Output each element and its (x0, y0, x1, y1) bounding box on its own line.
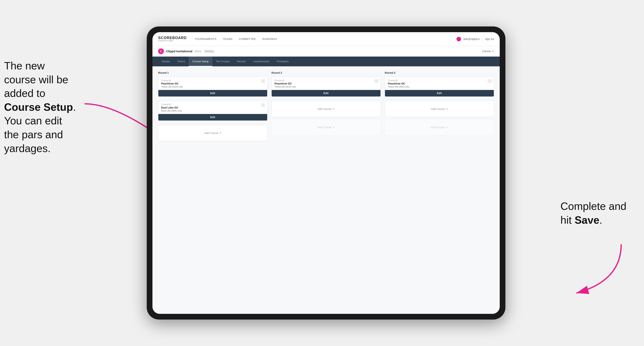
nav-tournaments[interactable]: TOURNAMENTS (195, 37, 216, 41)
round-1-course-b-detail: Black (M) (6891 yds) (161, 110, 264, 112)
nav-teams[interactable]: TEAMS (223, 37, 232, 41)
round-3-add-plus-icon: + (446, 107, 448, 111)
brand-name: SCOREBOARD (158, 36, 187, 40)
round-2-course-a-edit[interactable]: Edit (272, 90, 380, 96)
round-1-course-a-edit[interactable]: Edit (158, 90, 267, 96)
round-3-add-course-2: Add Course + (385, 119, 494, 135)
round-1-course-a-delete[interactable]: □ (261, 79, 265, 83)
right-annotation: Complete and hit Save. (560, 199, 634, 227)
tournament-status: Hosting (204, 49, 215, 53)
round-2-course-a-label: (Course A) (274, 79, 378, 82)
round-2-add-course-2: Add Course + (272, 119, 381, 135)
nav-committee[interactable]: COMMITTEE (239, 37, 256, 41)
cancel-button[interactable]: Cancel ✕ (482, 50, 494, 53)
round-1-course-a-detail: Yellow (M) (6629 yds) (161, 85, 264, 88)
round-1-course-a-card: □ (Course A) Peachtree GC Yellow (M) (66… (158, 77, 268, 97)
round-1-title: Round 1 (158, 71, 268, 74)
left-annotation: The new course will be added to Course S… (4, 59, 78, 155)
main-content: Round 1 □ (Course A) Peachtree GC Yellow… (152, 66, 500, 314)
round-3-course-a-label: (Course A) (388, 79, 491, 82)
round-3-column: Round 3 □ (Course A) Peachtree GC Yellow… (385, 71, 494, 141)
round-1-course-b-card: □ (Course B) East Lake GC Black (M) (689… (158, 101, 268, 121)
round-1-add-plus-icon: + (220, 131, 221, 135)
tournament-logo: C (158, 48, 164, 54)
round-1-course-b-delete[interactable]: □ (261, 103, 265, 107)
round-3-course-a-edit[interactable]: Edit (385, 90, 494, 96)
round-2-course-a-card: □ (Course A) Peachtree GC Yellow (M) (66… (272, 77, 381, 97)
round-2-add-course-2-label: Add Course (318, 126, 332, 129)
round-2-column: Round 2 □ (Course A) Peachtree GC Yellow… (272, 71, 381, 141)
nav-divider: | (482, 38, 482, 40)
tablet: SCOREBOARD Powered by clippd TOURNAMENTS… (147, 26, 506, 320)
round-3-course-a-card: □ (Course A) Peachtree GC Yellow (M) (66… (385, 77, 494, 97)
round-1-course-a-name: Peachtree GC (161, 82, 264, 85)
tab-results[interactable]: Results (233, 57, 250, 66)
nav-links: TOURNAMENTS TEAMS COMMITTEE RANKINGS (195, 37, 456, 41)
brand-sub: Powered by clippd (158, 40, 187, 42)
tab-details[interactable]: Details (158, 57, 174, 66)
tab-leaderboards[interactable]: Leaderboards (250, 57, 273, 66)
nav-rankings[interactable]: RANKINGS (262, 37, 277, 41)
tournament-division: (Men) (194, 50, 201, 53)
tournament-name: Clippd Invitational (166, 49, 192, 53)
round-3-course-a-delete[interactable]: □ (488, 79, 492, 83)
tournament-bar: C Clippd Invitational (Men) Hosting Canc… (152, 46, 500, 57)
tab-course-setup[interactable]: Course Setup (189, 57, 212, 66)
round-1-add-course[interactable]: Add Course + (158, 125, 268, 141)
round-2-course-a-detail: Yellow (M) (6629 yds) (274, 85, 378, 88)
round-1-course-b-edit[interactable]: Edit (158, 114, 267, 121)
round-1-course-b-label: (Course B) (161, 103, 264, 106)
sign-out-link[interactable]: Sign out (485, 38, 494, 40)
round-2-course-a-name: Peachtree GC (274, 82, 378, 85)
round-2-add-plus-icon: + (333, 107, 335, 111)
tab-teams[interactable]: Teams (174, 57, 189, 66)
top-nav: SCOREBOARD Powered by clippd TOURNAMENTS… (152, 32, 500, 46)
round-1-course-a-label: (Course A) (161, 79, 264, 82)
cancel-x-icon: ✕ (492, 50, 494, 53)
round-2-add-plus-2-icon: + (333, 125, 335, 129)
round-2-add-course-label: Add Course (318, 107, 332, 111)
round-1-add-course-label: Add Course (204, 132, 218, 135)
round-3-course-a-name: Peachtree GC (388, 82, 491, 85)
round-3-add-course[interactable]: Add Course + (385, 101, 494, 117)
round-3-add-course-2-label: Add Course (431, 126, 445, 129)
round-2-add-course[interactable]: Add Course + (272, 101, 381, 117)
user-avatar (456, 37, 461, 41)
nav-right: blair@clippd.io | Sign out (456, 37, 494, 41)
round-1-column: Round 1 □ (Course A) Peachtree GC Yellow… (158, 71, 268, 141)
rounds-grid: Round 1 □ (Course A) Peachtree GC Yellow… (158, 71, 494, 141)
round-3-title: Round 3 (385, 71, 494, 74)
round-3-course-a-detail: Yellow (M) (6629 yds) (388, 85, 491, 88)
tab-tee-groups[interactable]: Tee Groups (212, 57, 233, 66)
round-1-course-b-name: East Lake GC (161, 106, 264, 109)
round-2-title: Round 2 (272, 71, 381, 74)
round-2-course-a-delete[interactable]: □ (374, 79, 378, 83)
tab-bar: Details Teams Course Setup Tee Groups Re… (152, 57, 500, 66)
user-email: blair@clippd.io (464, 38, 480, 40)
tournament-info: C Clippd Invitational (Men) Hosting (158, 48, 215, 54)
round-3-add-course-label: Add Course (431, 107, 445, 111)
tablet-screen: SCOREBOARD Powered by clippd TOURNAMENTS… (152, 32, 500, 314)
round-3-add-plus-2-icon: + (446, 125, 448, 129)
tab-printables[interactable]: Printables (273, 57, 292, 66)
brand: SCOREBOARD Powered by clippd (158, 36, 187, 42)
arrow-right (564, 240, 629, 298)
